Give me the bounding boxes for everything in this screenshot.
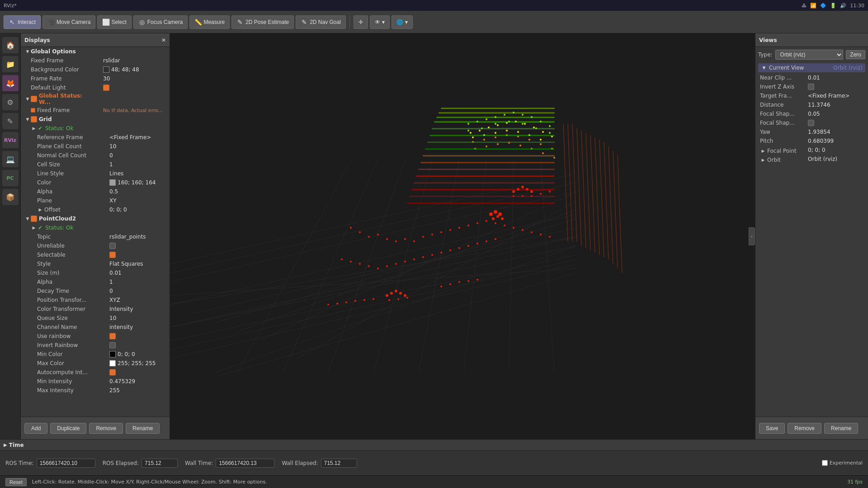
views-type-select[interactable]: Orbit (rviz) FPS XY Orbit (775, 50, 844, 60)
pc2-size-row[interactable]: Size (m) 0.01 (21, 268, 170, 277)
pc2-min-color-row[interactable]: Min Color 0; 0; 0 (21, 350, 170, 359)
interact-button[interactable]: ↖ Interact (4, 15, 41, 29)
rename-button[interactable]: Rename (126, 423, 160, 434)
pc2-unreliable-row[interactable]: Unreliable (21, 241, 170, 250)
package-icon-btn[interactable]: 📦 (2, 189, 19, 205)
settings-icon-btn[interactable]: ⚙ (2, 94, 19, 110)
pc2-min-intensity-row[interactable]: Min Intensity 0.475329 (21, 377, 170, 386)
ros-elapsed-input[interactable] (142, 459, 178, 468)
grid-status-row[interactable]: ✔ Status: Ok (21, 124, 170, 133)
nav-goal-button[interactable]: ✎ 2D Nav Goal (296, 15, 346, 29)
grid-enable-checkbox[interactable] (31, 116, 37, 122)
firefox-icon-btn[interactable]: 🦊 (2, 75, 19, 91)
pc2-use-rainbow-row[interactable]: Use rainbow (21, 332, 170, 341)
displays-close-btn[interactable]: ✕ (161, 37, 166, 43)
pc2-autocompute-checkbox[interactable] (109, 369, 116, 375)
wall-elapsed-field: Wall Elapsed: (282, 459, 357, 468)
focus-camera-button[interactable]: ◎ Focus Camera (133, 15, 188, 29)
svg-point-99 (549, 236, 551, 238)
ros-time-input[interactable] (37, 459, 95, 468)
pc2-status-row[interactable]: ✔ Status: Ok (21, 223, 170, 232)
pc2-max-intensity-row[interactable]: Max Intensity 255 (21, 386, 170, 395)
views-rename-btn[interactable]: Rename (824, 423, 858, 434)
wall-elapsed-input[interactable] (321, 459, 357, 468)
target-frame-row[interactable]: Target Fra... <Fixed Frame> (758, 92, 865, 101)
global-status-row[interactable]: Global Status: W... (21, 92, 170, 106)
crosshair-button[interactable]: ✛ (354, 15, 368, 29)
views-zero-btn[interactable]: Zero (846, 50, 865, 59)
svg-point-79 (368, 236, 370, 238)
measure-button[interactable]: 📏 Measure (189, 15, 230, 29)
folder-icon-btn[interactable]: 📁 (2, 56, 19, 72)
invert-z-row[interactable]: Invert Z Axis (758, 83, 865, 92)
pc2-decay-row[interactable]: Decay Time 0 (21, 286, 170, 296)
focal-shape-row[interactable]: Focal Shap... 0.05 (758, 110, 865, 119)
pc2-queue-size-row[interactable]: Queue Size 10 (21, 314, 170, 323)
pc2-topic-row[interactable]: Topic rslidar_points (21, 232, 170, 241)
pc2-alpha-row[interactable]: Alpha 1 (21, 277, 170, 286)
focal-point-row[interactable]: Focal Point 0; 0; 0 (758, 146, 865, 155)
pc2-channel-name-row[interactable]: Channel Name intensity (21, 323, 170, 332)
displays-content[interactable]: Global Options Fixed Frame rslidar Backg… (21, 47, 170, 417)
grid-row[interactable]: Grid (21, 115, 170, 124)
pitch-row[interactable]: Pitch 0.680399 (758, 137, 865, 146)
move-camera-button[interactable]: 🎥 Move Camera (42, 15, 95, 29)
wall-time-input[interactable] (216, 459, 274, 468)
grid-offset-row[interactable]: Offset 0; 0; 0 (21, 205, 170, 214)
add-button[interactable]: Add (24, 423, 47, 434)
near-clip-row[interactable]: Near Clip ... 0.01 (758, 74, 865, 83)
select-button[interactable]: ⬜ Select (97, 15, 131, 29)
home-icon-btn[interactable]: 🏠 (2, 37, 19, 53)
yaw-row[interactable]: Yaw 1.93854 (758, 128, 865, 137)
views-remove-btn[interactable]: Remove (788, 423, 821, 434)
pc2-invert-rainbow-checkbox[interactable] (109, 342, 116, 348)
views-save-btn[interactable]: Save (759, 423, 785, 434)
grid-plane-cell-count-row[interactable]: Plane Cell Count 10 (21, 142, 170, 151)
focal-shape2-row[interactable]: Focal Shap... (758, 119, 865, 128)
default-light-row[interactable]: Default Light (21, 83, 170, 92)
pose-estimate-button[interactable]: ✎ 2D Pose Estimate (231, 15, 294, 29)
orbit-row[interactable]: Orbit Orbit (rviz) (758, 155, 865, 164)
grid-alpha-row[interactable]: Alpha 0.5 (21, 187, 170, 196)
default-light-checkbox[interactable] (103, 84, 109, 91)
frame-rate-row[interactable]: Frame Rate 30 (21, 74, 170, 83)
bg-color-row[interactable]: Background Color 48; 48; 48 (21, 65, 170, 74)
edit-icon-btn[interactable]: ✎ (2, 113, 19, 129)
3d-viewport[interactable]: ‹ (170, 33, 755, 439)
pc2-autocompute-row[interactable]: Autocompute Int... (21, 368, 170, 377)
experimental-checkbox[interactable] (822, 460, 828, 466)
pc2-position-transformer-row[interactable]: Position Transfor... XYZ (21, 296, 170, 305)
grid-normal-cell-count-row[interactable]: Normal Cell Count 0 (21, 151, 170, 160)
duplicate-button[interactable]: Duplicate (50, 423, 86, 434)
pc2-selectable-row[interactable]: Selectable (21, 250, 170, 259)
view-button[interactable]: 👁 ▾ (370, 15, 390, 29)
reset-button[interactable]: Reset (5, 478, 27, 486)
rviz-icon-btn[interactable]: RViz (2, 132, 19, 148)
pc2-color-transformer-row[interactable]: Color Transformer Intensity (21, 305, 170, 314)
pc2-selectable-checkbox[interactable] (109, 252, 116, 258)
pc2-max-color-row[interactable]: Max Color 255; 255; 255 (21, 359, 170, 368)
pycharm-icon-btn[interactable]: PC (2, 170, 19, 186)
invert-z-checkbox[interactable] (808, 84, 814, 90)
grid-cell-size-row[interactable]: Cell Size 1 (21, 160, 170, 169)
fixed-frame-row[interactable]: Fixed Frame rslidar (21, 56, 170, 65)
time-collapse-arrow[interactable]: ▶ (4, 442, 7, 447)
global-status-fixed-frame-row[interactable]: Fixed Frame No tf data. Actual erro... (21, 106, 170, 115)
pc2-invert-rainbow-row[interactable]: Invert Rainbow (21, 341, 170, 350)
pc2-use-rainbow-checkbox[interactable] (109, 333, 116, 339)
grid-color-row[interactable]: Color 160; 160; 164 (21, 178, 170, 187)
pointcloud2-enable-checkbox[interactable] (31, 216, 37, 222)
grid-ref-frame-row[interactable]: Reference Frame <Fixed Frame> (21, 133, 170, 142)
distance-row[interactable]: Distance 11.3746 (758, 101, 865, 110)
pointcloud2-row[interactable]: PointCloud2 (21, 214, 170, 223)
pc2-style-row[interactable]: Style Flat Squares (21, 259, 170, 268)
globe-button[interactable]: 🌐 ▾ (392, 15, 413, 29)
terminal-icon-btn[interactable]: 💻 (2, 151, 19, 167)
focal-shape2-checkbox[interactable] (808, 120, 814, 126)
grid-plane-row[interactable]: Plane XY (21, 196, 170, 205)
pc2-unreliable-checkbox[interactable] (109, 243, 116, 249)
viewport-collapse-handle[interactable]: ‹ (749, 227, 755, 245)
remove-button[interactable]: Remove (89, 423, 123, 434)
global-options-row[interactable]: Global Options (21, 47, 170, 56)
grid-line-style-row[interactable]: Line Style Lines (21, 169, 170, 178)
